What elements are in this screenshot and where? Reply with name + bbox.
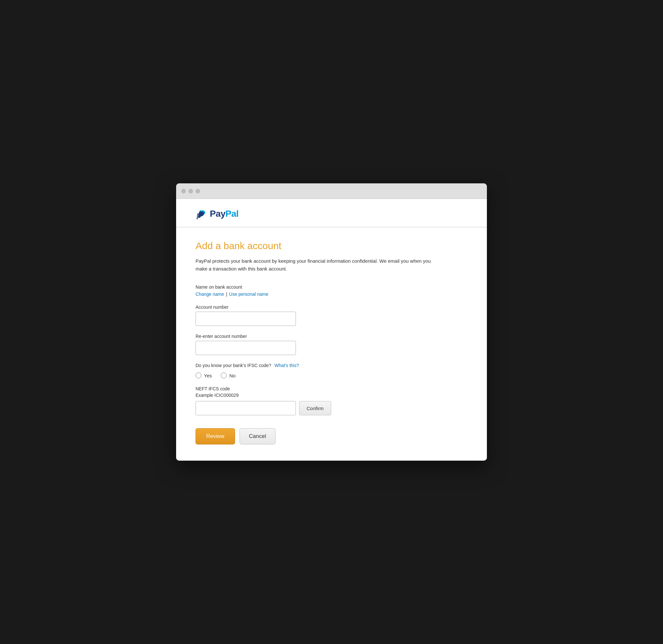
review-button[interactable]: Review — [196, 428, 235, 444]
neft-example: Example ICIC000029 — [196, 393, 467, 398]
reenter-account-input[interactable] — [196, 341, 296, 355]
neft-input-group: Confirm — [196, 401, 467, 415]
name-form-group: Name on bank account Change name | Use p… — [196, 284, 467, 297]
no-radio-input[interactable] — [221, 373, 227, 378]
paypal-logo: PayPal — [196, 208, 238, 220]
close-button[interactable] — [181, 189, 186, 193]
neft-code-input[interactable] — [196, 401, 296, 415]
cancel-button[interactable]: Cancel — [239, 428, 275, 444]
yes-radio-label[interactable]: Yes — [196, 373, 212, 378]
page-description: PayPal protects your bank account by kee… — [196, 257, 441, 273]
no-label: No — [229, 373, 235, 378]
yes-radio-input[interactable] — [196, 373, 201, 378]
browser-window: PayPal Add a bank account PayPal protect… — [176, 183, 487, 461]
reenter-account-group: Re-enter account number — [196, 334, 467, 355]
link-separator: | — [226, 292, 227, 297]
whats-this-link[interactable]: What's this? — [275, 363, 299, 368]
account-number-input[interactable] — [196, 312, 296, 326]
name-link-group: Change name | Use personal name — [196, 292, 467, 297]
neft-group: NEFT IFCS code Example ICIC000029 Confir… — [196, 386, 467, 415]
button-row: Review Cancel — [196, 428, 467, 444]
use-personal-name-link[interactable]: Use personal name — [229, 292, 268, 297]
account-number-label: Account number — [196, 305, 467, 310]
account-number-group: Account number — [196, 305, 467, 326]
form-area: Add a bank account PayPal protects your … — [176, 227, 487, 461]
window-content: PayPal Add a bank account PayPal protect… — [176, 199, 487, 461]
maximize-button[interactable] — [196, 189, 200, 193]
yes-label: Yes — [204, 373, 212, 378]
name-label: Name on bank account — [196, 284, 467, 290]
paypal-p-icon — [196, 208, 207, 220]
no-radio-label[interactable]: No — [221, 373, 235, 378]
page-title: Add a bank account — [196, 240, 467, 251]
title-bar — [176, 183, 487, 199]
minimize-button[interactable] — [188, 189, 193, 193]
change-name-link[interactable]: Change name — [196, 292, 224, 297]
header: PayPal — [176, 199, 487, 227]
neft-label: NEFT IFCS code — [196, 386, 467, 391]
paypal-brand-text: PayPal — [210, 208, 238, 219]
reenter-label: Re-enter account number — [196, 334, 467, 339]
ifsc-group: Do you know your bank's IFSC code? What'… — [196, 363, 467, 378]
ifsc-question-text: Do you know your bank's IFSC code? What'… — [196, 363, 467, 368]
confirm-button[interactable]: Confirm — [299, 401, 331, 415]
ifsc-radio-group: Yes No — [196, 373, 467, 378]
